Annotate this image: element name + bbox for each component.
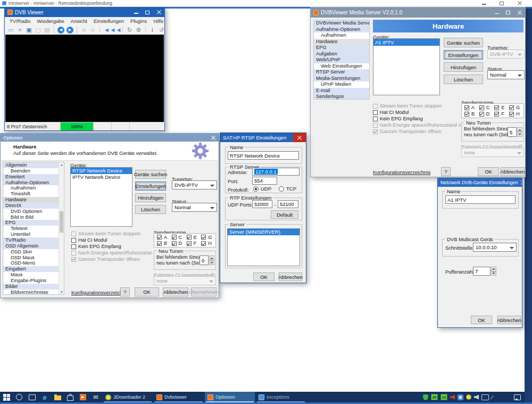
option-checkbox[interactable]: Nach Energie sparen/Ruhezustand zurückse… bbox=[373, 122, 461, 128]
scroll-up-icon[interactable] bbox=[59, 162, 64, 167]
option-checkbox[interactable]: Nach Energie sparen/Ruhezustand zurückse… bbox=[71, 250, 152, 256]
tray-badge[interactable]: 36 bbox=[431, 394, 438, 400]
sendergruppe-checkbox[interactable]: D bbox=[479, 111, 491, 117]
retune-spinner[interactable]: 5 bbox=[508, 127, 522, 137]
device-row[interactable]: A1 IPTV bbox=[373, 39, 439, 46]
maximize-button[interactable] bbox=[505, 10, 511, 15]
sendergruppe-checkbox[interactable]: D bbox=[172, 241, 183, 247]
sidebar-item[interactable]: EPG bbox=[3, 220, 59, 226]
sendergruppe-checkbox[interactable]: C bbox=[172, 234, 183, 241]
toolbar-icon[interactable] bbox=[77, 27, 77, 33]
ok-button[interactable]: OK bbox=[135, 287, 159, 296]
sidebar-item[interactable]: DirectX bbox=[3, 203, 59, 209]
sidebar-item[interactable]: Aufnahme-Optionen bbox=[3, 180, 59, 186]
ok-button[interactable]: OK bbox=[253, 273, 275, 281]
file-explorer-icon[interactable] bbox=[51, 392, 64, 402]
taskbar-app-dvbviewer[interactable]: Dvbviewer bbox=[154, 392, 204, 402]
option-checkbox[interactable]: Stream beim Tunen stoppen bbox=[373, 103, 461, 109]
action-center-icon[interactable] bbox=[514, 394, 521, 400]
sendergruppe-checkbox[interactable]: F bbox=[187, 241, 198, 247]
device-row[interactable]: IPTV Network Device bbox=[71, 174, 132, 180]
sidebar-item[interactable]: Aufnahmen bbox=[3, 185, 59, 191]
status-combo[interactable]: Normal bbox=[172, 203, 217, 212]
settings-button[interactable]: Einstellungen bbox=[135, 182, 166, 191]
option-checkbox[interactable]: Ganzen Transponder öffnen bbox=[71, 256, 152, 262]
schnittstelle-combo[interactable]: 10.0.0.10 bbox=[473, 243, 517, 252]
nav-item[interactable]: DVBViewer Media Server bbox=[314, 20, 369, 27]
sidebar-item[interactable]: Allgemein bbox=[3, 162, 59, 168]
sidebar-scrollbar[interactable] bbox=[59, 162, 64, 294]
sendergruppe-checkbox[interactable]: H bbox=[509, 111, 521, 117]
delete-button[interactable]: Löschen bbox=[135, 205, 166, 214]
movies-tv-icon[interactable]: ▶ bbox=[77, 392, 89, 402]
cancel-button[interactable]: Abbrechen bbox=[501, 167, 525, 176]
toolbar-icon[interactable]: ◄ bbox=[103, 26, 110, 34]
sendergruppe-checkbox[interactable]: B bbox=[464, 111, 476, 117]
store-icon[interactable] bbox=[64, 392, 77, 402]
nav-item[interactable]: Aufnahmen bbox=[314, 32, 369, 39]
scroll-down-icon[interactable] bbox=[59, 290, 64, 294]
toolbar-icon[interactable] bbox=[54, 27, 54, 33]
sidebar-item[interactable]: Untertitel bbox=[3, 232, 59, 237]
wrench-icon[interactable]: ∕ bbox=[492, 394, 493, 400]
sidebar-item[interactable]: OSD Allgemein bbox=[3, 243, 59, 249]
adresse-input[interactable]: 127.0.0.1 bbox=[252, 168, 300, 176]
close-button[interactable] bbox=[520, 180, 522, 186]
spinner-down-icon[interactable] bbox=[491, 271, 496, 276]
retune-spinner[interactable]: 0 bbox=[200, 255, 214, 265]
help-button[interactable]: ? bbox=[441, 167, 451, 176]
volume-muted-icon[interactable] bbox=[474, 395, 479, 400]
sidebar-item[interactable]: Maus bbox=[3, 272, 59, 278]
nav-item[interactable]: EPG bbox=[314, 45, 369, 51]
menu-item[interactable]: Hilfe bbox=[151, 18, 166, 24]
devices-listbox[interactable]: RTSP Network DeviceIPTV Network Device bbox=[70, 167, 132, 227]
config-directory-link[interactable]: Konfigurationsverzeichnis bbox=[373, 169, 430, 175]
option-checkbox[interactable]: Hat CI Modul bbox=[71, 237, 152, 243]
add-button[interactable]: Hinzufügen bbox=[444, 62, 483, 72]
tunertyp-combo[interactable]: DVB-IPTV bbox=[487, 50, 525, 59]
sendergruppe-checkbox[interactable]: G bbox=[201, 234, 213, 241]
nav-item[interactable]: Hardware bbox=[314, 39, 369, 45]
ok-button[interactable]: OK bbox=[478, 167, 499, 176]
sendergruppe-checkbox[interactable]: B bbox=[157, 241, 168, 247]
taskbar-app-optionen[interactable]: Optionen bbox=[205, 392, 255, 402]
server-listbox[interactable]: Server (MINISERVER) bbox=[227, 228, 300, 266]
toolbar-icon[interactable]: ☆ bbox=[89, 26, 96, 34]
option-checkbox[interactable]: Kein EPG Empfang bbox=[71, 243, 152, 250]
devices-listbox[interactable]: A1 IPTV bbox=[373, 38, 440, 95]
nav-item[interactable]: Aufgaben bbox=[314, 51, 369, 57]
udp-port-to-input[interactable]: 52100 bbox=[278, 200, 298, 208]
cancel-button[interactable]: Abbrechen bbox=[279, 273, 302, 281]
option-checkbox[interactable]: Hat CI Modul bbox=[373, 109, 461, 116]
host-close-button[interactable] bbox=[517, 1, 522, 6]
media-server-titlebar[interactable]: DVBViewer Media Server V2.0.1.0 bbox=[311, 7, 525, 18]
sendergruppe-checkbox[interactable]: H bbox=[201, 241, 213, 247]
sidebar-item[interactable]: Eingabe-Plugins bbox=[3, 278, 59, 284]
toolbar-icon[interactable]: ↺ bbox=[158, 26, 165, 34]
dvbviewer-tray-icon[interactable] bbox=[458, 394, 463, 400]
menu-item[interactable]: Ansicht bbox=[68, 18, 90, 24]
sidebar-item[interactable]: TV/Radio bbox=[3, 237, 59, 243]
start-button[interactable] bbox=[0, 392, 13, 402]
minimize-button[interactable] bbox=[134, 10, 139, 15]
sidebar-item[interactable]: OSD-Menü bbox=[3, 260, 59, 266]
externes-ci-combo[interactable]: none bbox=[461, 148, 524, 157]
sidebar-item[interactable]: Eingaben bbox=[3, 266, 59, 272]
toolbar-icon[interactable]: ▤ bbox=[44, 26, 51, 34]
udp-port-from-input[interactable]: 52000 bbox=[252, 200, 272, 208]
sidebar-item[interactable]: Bilder bbox=[3, 284, 59, 290]
name-input[interactable]: RTSP Network Device bbox=[228, 151, 299, 160]
delete-button[interactable]: Löschen bbox=[444, 75, 483, 84]
toolbar-icon[interactable] bbox=[145, 27, 146, 33]
sidebar-item[interactable]: Erweitert bbox=[3, 174, 59, 180]
externes-ci-combo[interactable]: none bbox=[154, 276, 216, 285]
nav-item[interactable]: Aufnahme-Optionen bbox=[314, 27, 369, 33]
optionen-titlebar[interactable]: Optionen bbox=[1, 134, 219, 142]
sidebar-item[interactable]: Bild in Bild bbox=[3, 215, 59, 220]
host-minimize-button[interactable] bbox=[481, 1, 487, 6]
apply-button[interactable]: Übernehmen bbox=[191, 287, 217, 296]
display-network-icon[interactable] bbox=[481, 394, 489, 400]
spinner-down-icon[interactable] bbox=[209, 260, 214, 265]
spinner-up-icon[interactable] bbox=[209, 255, 214, 260]
dialog-titlebar[interactable]: Netzwerk DVB-Geräte Einstellungen bbox=[438, 178, 522, 187]
